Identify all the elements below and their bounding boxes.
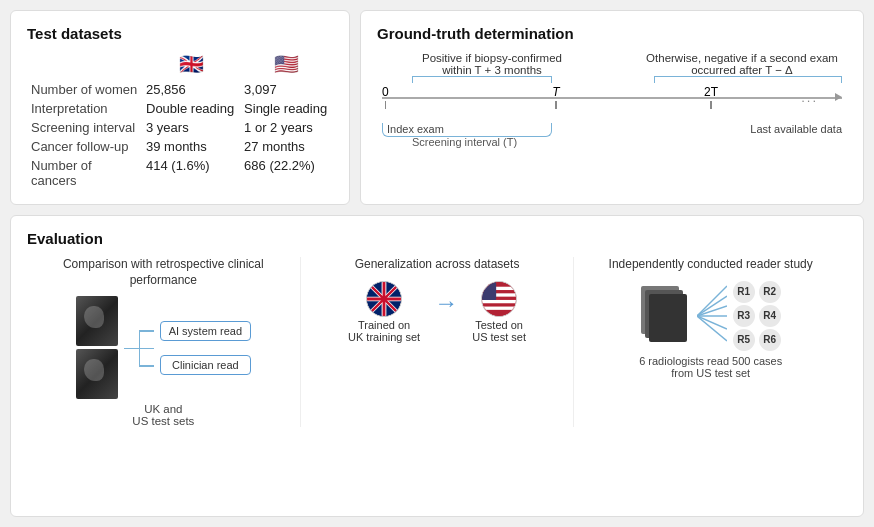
comparison-layout: AI system read Clinician read [76,296,251,399]
evaluation-title: Evaluation [27,230,847,247]
test-datasets-title: Test datasets [27,25,333,42]
gt-braces-row [377,76,847,83]
row-uk-val: 25,856 [142,80,240,99]
comparison-bottom-label: UK and US test sets [132,403,194,427]
h-branch-top [139,330,154,332]
gt-label-left: Positive if biopsy-confirmed within T + … [412,52,572,76]
us-flag: 🇺🇸 [240,52,333,80]
mammo-layer-3 [649,294,687,342]
svg-rect-12 [482,300,516,303]
mammogram-img-2 [76,349,118,399]
reader-badges: R1R2R3R4R5R6 [733,281,781,351]
ai-read-box: AI system read [160,321,251,341]
row-label: Screening interval [27,118,142,137]
reader-study-bottom: 6 radiologists read 500 cases from US te… [639,355,782,379]
last-available-label: Last available data [750,123,842,135]
datasets-table: 🇬🇧 🇺🇸 Number of women25,8563,097Interpre… [27,52,333,190]
row-uk-val: 414 (1.6%) [142,156,240,190]
row-us-val: 3,097 [240,80,333,99]
row-uk-val: 3 years [142,118,240,137]
gt-diagram: Positive if biopsy-confirmed within T + … [377,52,847,148]
row-us-val: 1 or 2 years [240,118,333,137]
reader-inner: R1R2R3R4R5R6 [641,281,781,351]
mammogram-img-1 [76,296,118,346]
gt-label-right: Otherwise, negative if a second exam occ… [642,52,842,76]
table-row: Screening interval3 years1 or 2 years [27,118,333,137]
comparison-title: Comparison with retrospective clinical p… [35,257,292,288]
ground-truth-title: Ground-truth determination [377,25,847,42]
generalization-title: Generalization across datasets [355,257,520,273]
eval-sections: Comparison with retrospective clinical p… [27,257,847,427]
tick-dots: ... [801,90,818,105]
svg-rect-14 [482,282,496,300]
gen-arrow: → [434,289,458,335]
table-row: Number of cancers414 (1.6%)686 (22.2%) [27,156,333,190]
svg-line-16 [697,296,727,316]
generalization-flags: Trained on UK training set → [348,281,526,343]
evaluation-card: Evaluation Comparison with retrospective… [10,215,864,517]
svg-rect-13 [482,306,516,309]
row-uk-val: Double reading [142,99,240,118]
generalization-inner: Trained on UK training set → [348,281,526,343]
reader-badge-r3: R3 [733,305,755,327]
h-branch-bottom [139,365,154,367]
tick-t-line [555,101,557,109]
tick-2t-line [710,101,712,109]
gt-labels-row: Positive if biopsy-confirmed within T + … [377,52,847,76]
reader-fan-lines [697,281,727,351]
tick-t-label: T [552,85,559,99]
svg-line-19 [697,316,727,329]
read-boxes: AI system read Clinician read [160,321,251,375]
eval-section-comparison: Comparison with retrospective clinical p… [27,257,301,427]
branch-lines [124,313,154,383]
mammogram-images [76,296,118,399]
row-label: Interpretation [27,99,142,118]
reader-study-title: Independently conducted reader study [609,257,813,273]
row-us-val: Single reading [240,99,333,118]
gt-timeline: 0 T 2T ... [382,85,842,109]
reader-badge-r5: R5 [733,329,755,351]
svg-line-20 [697,316,727,341]
row-us-val: 27 months [240,137,333,156]
row-label: Number of women [27,80,142,99]
clinician-read-box: Clinician read [160,355,251,375]
row-us-val: 686 (22.2%) [240,156,333,190]
timeline-arrowhead [835,93,842,101]
eval-section-generalization: Generalization across datasets [301,257,575,427]
screening-arc [382,123,552,137]
reader-badge-r2: R2 [759,281,781,303]
row-label: Number of cancers [27,156,142,190]
tick-2t-label: 2T [704,85,718,99]
test-datasets-card: Test datasets 🇬🇧 🇺🇸 Number of women25,85… [10,10,350,205]
timeline-line [382,97,842,99]
reader-badge-r4: R4 [759,305,781,327]
screening-interval-label: Screening interval (T) [412,136,842,148]
row-uk-val: 39 months [142,137,240,156]
row-label: Cancer follow-up [27,137,142,156]
ground-truth-card: Ground-truth determination Positive if b… [360,10,864,205]
reader-badge-r6: R6 [759,329,781,351]
tested-label: Tested on US test set [472,319,526,343]
bracket-left [412,76,552,83]
gt-bottom-area: Index exam Last available data Screening… [382,123,842,148]
reader-badge-r1: R1 [733,281,755,303]
trained-label: Trained on UK training set [348,319,420,343]
v-line [139,330,141,365]
uk-flag: 🇬🇧 [142,52,240,80]
tick-0-line [385,101,387,109]
us-flag-circle [481,281,517,317]
bracket-right [654,76,842,83]
table-row: Cancer follow-up39 months27 months [27,137,333,156]
table-row: InterpretationDouble readingSingle readi… [27,99,333,118]
table-row: Number of women25,8563,097 [27,80,333,99]
uk-flag-circle [366,281,402,317]
reader-mammo-stack [641,286,691,346]
eval-section-reader-study: Independently conducted reader study [574,257,847,427]
